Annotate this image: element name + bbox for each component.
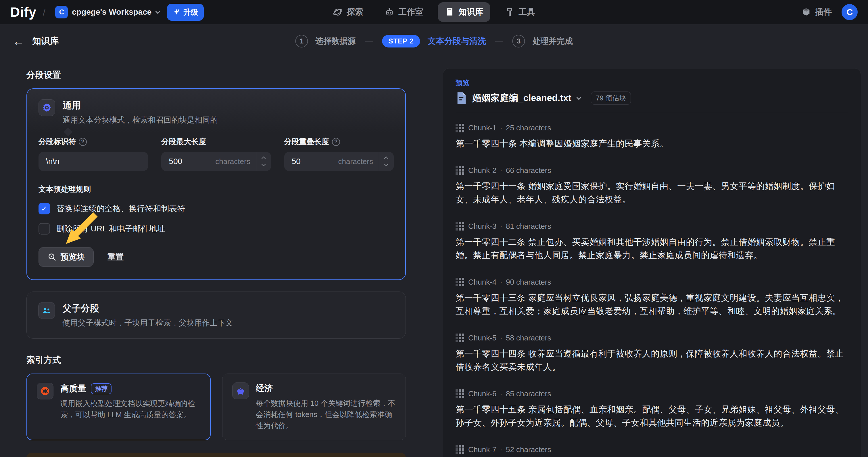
rule-replace-whitespace: ✓ 替换掉连续的空格、换行符和制表符 — [27, 203, 405, 215]
user-avatar[interactable]: C — [842, 4, 858, 20]
nav-label-knowledge: 知识库 — [459, 6, 484, 18]
help-icon[interactable]: ? — [332, 138, 340, 146]
chunk-text: 第一千零四十五条 亲属包括配偶、血亲和姻亲。配偶、父母、子女、兄弟姐妹、祖父母、… — [456, 403, 848, 430]
dot-separator: · — [500, 334, 502, 342]
chunk-item: Chunk-6·85 characters第一千零四十五条 亲属包括配偶、血亲和… — [456, 389, 848, 430]
high-quality-icon — [37, 383, 54, 399]
chunk-grid-icon — [456, 124, 464, 133]
parent-child-title: 父子分段 — [62, 302, 233, 315]
nav-item-tools[interactable]: 工具 — [498, 2, 542, 22]
step2-label: 文本分段与清洗 — [428, 35, 486, 47]
economy-title: 经济 — [256, 382, 273, 394]
chunk-id: Chunk-4 — [468, 278, 496, 287]
planet-icon — [333, 7, 343, 17]
max-length-label: 分段最大长度 — [161, 137, 206, 147]
parent-child-icon — [38, 302, 55, 319]
nav-item-knowledge[interactable]: 知识库 — [438, 2, 490, 22]
checkbox-checked[interactable]: ✓ — [38, 203, 50, 215]
nav-item-studio[interactable]: 工作室 — [378, 2, 430, 22]
high-quality-card[interactable]: 高质量 推荐 调用嵌入模型处理文档以实现更精确的检索，可以帮助 LLM 生成高质… — [26, 374, 211, 440]
delimiter-input[interactable]: \n\n — [38, 152, 148, 171]
chunk-id: Chunk-3 — [468, 222, 496, 231]
rule-label: 替换掉连续的空格、换行符和制表符 — [56, 203, 185, 214]
high-quality-title: 高质量 — [60, 383, 86, 395]
upgrade-button[interactable]: 升级 — [167, 4, 204, 21]
dot-separator: · — [500, 278, 502, 287]
high-quality-desc: 调用嵌入模型处理文档以实现更精确的检索，可以帮助 LLM 生成高质量的答案。 — [60, 398, 200, 421]
general-mode-card[interactable]: 通用 通用文本分块模式，检索和召回的块是相同的 分段标识符 ? \n\n 分段最… — [26, 88, 406, 280]
max-length-stepper[interactable] — [256, 152, 271, 171]
nav-label-tools: 工具 — [519, 6, 535, 18]
reset-button[interactable]: 重置 — [107, 252, 124, 262]
parent-child-desc: 使用父子模式时，子块用于检索，父块用作上下文 — [62, 318, 233, 328]
gear-icon — [38, 99, 55, 116]
chunk-char-count: 81 characters — [506, 222, 551, 231]
top-navbar: Dify / C cpgege's Workspace 升级 探索 工作室 知识… — [0, 0, 868, 24]
overlap-stepper[interactable] — [379, 152, 394, 171]
chunk-id: Chunk-1 — [468, 123, 496, 133]
chunk-grid-icon — [456, 222, 464, 230]
step1-label: 选择数据源 — [315, 36, 355, 47]
overlap-label: 分段重叠长度 — [284, 137, 329, 147]
max-length-input[interactable]: 500 characters — [161, 152, 271, 171]
preview-file-selector[interactable]: 婚姻家庭编_cleaned.txt — [472, 92, 571, 105]
sparkle-icon — [173, 8, 180, 16]
step3-circle: 3 — [513, 35, 525, 48]
overlap-input[interactable]: 50 characters — [284, 152, 394, 171]
step-divider: — — [495, 36, 503, 46]
robot-icon — [384, 7, 394, 17]
breadcrumb-separator: / — [43, 7, 45, 18]
workspace-avatar: C — [55, 6, 68, 19]
chunk-id: Chunk-2 — [468, 166, 496, 175]
document-icon — [456, 92, 467, 105]
economy-piggy-icon — [232, 382, 249, 399]
chunk-grid-icon — [456, 166, 464, 175]
step3-label: 处理并完成 — [533, 36, 573, 47]
segment-settings-heading: 分段设置 — [26, 69, 406, 81]
help-icon[interactable]: ? — [79, 138, 87, 146]
delimiter-value: \n\n — [46, 157, 60, 166]
chunk-text: 第一千零四十三条 家庭应当树立优良家风，弘扬家庭美德，重视家庭文明建设。夫妻应当… — [456, 291, 848, 318]
parent-child-mode-card[interactable]: 父子分段 使用父子模式时，子块用于检索，父块用作上下文 — [26, 291, 406, 339]
checkbox-unchecked[interactable] — [38, 223, 50, 234]
step-divider: — — [365, 36, 373, 46]
chunk-item: Chunk-4·90 characters第一千零四十三条 家庭应当树立优良家风… — [456, 278, 848, 318]
nav-item-explore[interactable]: 探索 — [326, 2, 370, 22]
hammer-icon — [505, 7, 515, 17]
economy-card[interactable]: 经济 每个数据块使用 10 个关键词进行检索，不会消耗任何 tokens，但会以… — [222, 374, 406, 440]
page-title: 知识库 — [32, 35, 59, 47]
preview-chunks-label: 预览块 — [61, 252, 85, 262]
general-mode-title: 通用 — [63, 99, 218, 112]
workspace-name: cpgege's Workspace — [72, 7, 152, 17]
back-arrow-icon[interactable]: ← — [13, 35, 24, 48]
economy-desc: 每个数据块使用 10 个关键词进行检索，不会消耗任何 tokens，但会以降低检… — [256, 398, 396, 431]
preview-tag: 预览 — [456, 78, 848, 87]
wizard-steps: 1 选择数据源 — STEP 2 文本分段与清洗 — 3 处理并完成 — [295, 24, 572, 58]
plugins-button[interactable]: 插件 — [801, 6, 832, 18]
chunk-item: Chunk-2·66 characters第一千零四十一条 婚姻家庭受国家保护。… — [456, 166, 848, 206]
embedding-warning-banner: 使用高质量模式进行嵌入后，无法切换回经济模式。 — [26, 453, 406, 457]
chunk-text: 第一千零四十一条 婚姻家庭受国家保护。实行婚姻自由、一夫一妻、男女平等的婚姻制度… — [456, 179, 848, 206]
rule-label: 删除所有 URL 和电子邮件地址 — [56, 223, 165, 234]
preview-chunks-button[interactable]: 预览块 — [38, 247, 94, 267]
main-nav: 探索 工作室 知识库 工具 — [326, 0, 542, 24]
chunk-item: Chunk-7·52 characters第一千零四十六条 结婚应当男女双方完全… — [456, 445, 848, 457]
chunk-list: Chunk-1·25 characters第一千零四十条 本编调整因婚姻家庭产生… — [443, 113, 861, 457]
nav-label-studio: 工作室 — [398, 6, 423, 18]
dot-separator: · — [500, 389, 502, 398]
chunk-grid-icon — [456, 389, 464, 398]
recommended-badge: 推荐 — [91, 383, 112, 394]
chunk-text: 第一千零四十二条 禁止包办、买卖婚姻和其他干涉婚姻自由的行为。禁止借婚姻索取财物… — [456, 235, 848, 262]
overlap-value: 50 — [292, 157, 301, 166]
workspace-selector[interactable]: C cpgege's Workspace — [52, 3, 162, 21]
index-method-heading: 索引方式 — [26, 354, 406, 366]
chevron-down-icon[interactable] — [577, 95, 582, 100]
chunk-char-count: 66 characters — [506, 166, 551, 175]
chunk-char-count: 85 characters — [506, 389, 551, 398]
chunk-preview-panel: 预览 婚姻家庭编_cleaned.txt 79 预估块 Chunk-1·25 c… — [443, 68, 861, 457]
chunk-char-count: 58 characters — [506, 334, 551, 342]
nav-label-explore: 探索 — [347, 6, 363, 18]
rule-remove-urls: 删除所有 URL 和电子邮件地址 — [27, 223, 405, 234]
max-length-value: 500 — [169, 157, 182, 166]
chunk-char-count: 25 characters — [506, 123, 551, 133]
